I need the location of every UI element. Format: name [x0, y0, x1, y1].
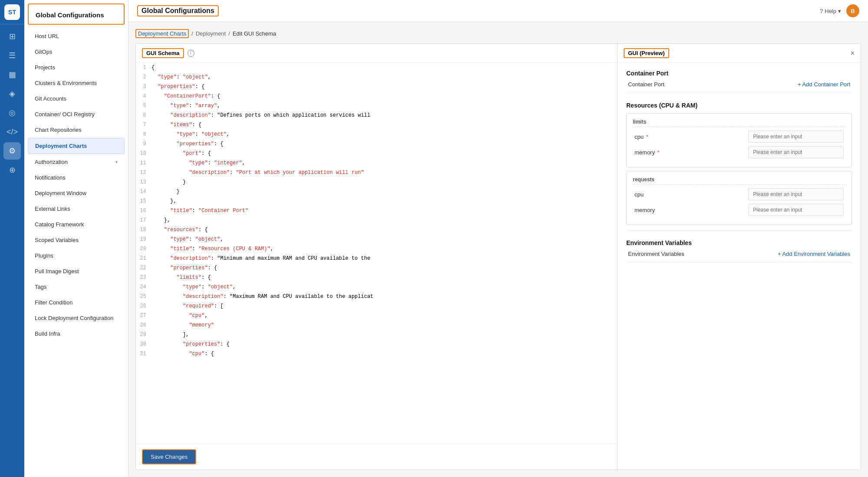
sidebar-item-external-links[interactable]: External Links — [28, 201, 125, 216]
save-changes-button[interactable]: Save Changes — [142, 449, 196, 464]
code-editor[interactable]: 1{2 "type": "object",3 "properties": {4 … — [136, 63, 617, 444]
field-label: memory — [635, 207, 655, 213]
schema-panel-footer: Save Changes — [136, 444, 617, 470]
sidebar-item-label: Deployment Window — [35, 190, 86, 196]
line-number: 24 — [139, 282, 151, 292]
user-avatar[interactable]: B — [846, 4, 859, 17]
line-number: 25 — [139, 292, 151, 301]
code-line: 10 "port": { — [136, 149, 617, 158]
sidebar-item-label: Catalog Framework — [35, 221, 84, 228]
sidebar-item-build-infra[interactable]: Build Infra — [28, 326, 125, 341]
sidebar-item-tags[interactable]: Tags — [28, 279, 125, 294]
code-line: 12 "description": "Port at which your ap… — [136, 168, 617, 177]
line-content: "type": "object", — [151, 130, 614, 139]
code-line: 8 "type": "object", — [136, 130, 617, 139]
nav-icon-globe[interactable]: ◎ — [3, 104, 21, 121]
nav-icon-code[interactable]: </> — [3, 123, 21, 140]
line-content: ], — [151, 330, 614, 340]
info-icon[interactable]: i — [187, 50, 194, 57]
sidebar: Global Configurations Host URLGitOpsProj… — [24, 0, 128, 477]
sidebar-item-plugins[interactable]: Plugins — [28, 248, 125, 263]
sidebar-item-git-accounts[interactable]: Git Accounts — [28, 91, 125, 106]
sidebar-item-deployment-window[interactable]: Deployment Window — [28, 186, 125, 201]
icon-bar: ST ⊞ ☰ ▦ ◈ ◎ </> ⚙ ⊕ — [0, 0, 24, 477]
line-content: }, — [151, 196, 614, 206]
line-number: 10 — [139, 149, 151, 158]
nav-icon-dashboard[interactable]: ⊞ — [3, 28, 21, 45]
field-input-memory[interactable] — [748, 146, 844, 158]
sidebar-item-label: Host URL — [35, 33, 59, 39]
nav-icon-stack[interactable]: ⊕ — [3, 161, 21, 179]
sidebar-item-deployment-charts[interactable]: Deployment Charts — [28, 138, 125, 154]
sidebar-item-label: Deployment Charts — [35, 143, 87, 149]
sidebar-item-authorization[interactable]: Authorization▾ — [28, 154, 125, 170]
sidebar-item-chart-repositories[interactable]: Chart Repositories — [28, 122, 125, 137]
sidebar-item-host-url[interactable]: Host URL — [28, 29, 125, 44]
chevron-down-icon: ▾ — [115, 160, 118, 164]
line-content: { — [151, 63, 614, 72]
line-content: "type": "object", — [151, 72, 614, 82]
sidebar-item-gitops[interactable]: GitOps — [28, 44, 125, 59]
nav-icon-package[interactable]: ◈ — [3, 85, 21, 102]
code-line: 18 "resources": { — [136, 225, 617, 235]
line-number: 18 — [139, 225, 151, 235]
field-row: memory * — [633, 146, 845, 158]
code-line: 22 "properties": { — [136, 263, 617, 273]
line-number: 21 — [139, 254, 151, 263]
breadcrumb-link-1[interactable]: Deployment Charts — [135, 29, 189, 38]
section-divider — [626, 230, 852, 231]
line-content: "title": "Resources (CPU & RAM)", — [151, 244, 614, 254]
line-content: } — [151, 187, 614, 196]
sidebar-title: Global Configurations — [28, 3, 125, 25]
help-button[interactable]: ? Help ▾ — [820, 8, 841, 14]
sidebar-item-lock-deployment-configuration[interactable]: Lock Deployment Configuration — [28, 310, 125, 326]
sidebar-item-pull-image-digest[interactable]: Pull Image Digest — [28, 264, 125, 279]
breadcrumb: Deployment Charts / Deployment / Edit GU… — [135, 29, 861, 38]
sidebar-item-label: External Links — [35, 206, 70, 212]
line-number: 17 — [139, 216, 151, 225]
sidebar-item-label: GitOps — [35, 49, 52, 55]
field-input-memory[interactable] — [748, 204, 844, 216]
line-number: 15 — [139, 196, 151, 206]
line-content: "ContainerPort": { — [151, 91, 614, 101]
line-content: "type": "object", — [151, 235, 614, 244]
line-number: 4 — [139, 91, 151, 101]
line-content: "port": { — [151, 149, 614, 158]
sidebar-item-clusters---environments[interactable]: Clusters & Environments — [28, 75, 125, 91]
chevron-down-icon: ▾ — [838, 8, 841, 14]
field-input-cpu[interactable] — [748, 131, 844, 143]
field-input-cpu[interactable] — [748, 188, 844, 200]
header-title: Global Configurations — [137, 5, 219, 16]
sidebar-item-label: Filter Condition — [35, 299, 72, 306]
code-line: 26 "required": [ — [136, 301, 617, 311]
header: Global Configurations ? Help ▾ B — [128, 0, 868, 22]
line-number: 26 — [139, 301, 151, 311]
sidebar-item-scoped-variables[interactable]: Scoped Variables — [28, 232, 125, 248]
sidebar-item-label: Plugins — [35, 252, 53, 259]
line-content: "description": "Minimum and maximum RAM … — [151, 254, 614, 263]
preview-panel: GUI (Preview) × Container PortContainer … — [618, 44, 861, 470]
add-link[interactable]: + Add Container Port — [798, 81, 850, 88]
line-content: "properties": { — [151, 82, 614, 91]
sidebar-item-container--oci-registry[interactable]: Container/ OCI Registry — [28, 107, 125, 122]
main-area: Global Configurations ? Help ▾ B Deploym… — [128, 0, 868, 477]
nav-icon-settings[interactable]: ⚙ — [3, 142, 21, 160]
nav-icon-grid[interactable]: ▦ — [3, 66, 21, 83]
line-content: }, — [151, 216, 614, 225]
sidebar-item-notifications[interactable]: Notifications — [28, 170, 125, 185]
sidebar-item-projects[interactable]: Projects — [28, 60, 125, 75]
close-button[interactable]: × — [851, 49, 855, 57]
editor-area: GUI Schema i 1{2 "type": "object",3 "pro… — [135, 43, 861, 470]
section-divider — [626, 93, 852, 93]
nav-icon-layers[interactable]: ☰ — [3, 47, 21, 64]
field-row: Container Port+ Add Container Port — [626, 81, 852, 88]
sidebar-item-filter-condition[interactable]: Filter Condition — [28, 295, 125, 310]
sidebar-item-label: Container/ OCI Registry — [35, 111, 95, 118]
field-label: Environment Variables — [628, 251, 684, 257]
line-content: "description": "Defines ports on which a… — [151, 111, 614, 120]
add-link[interactable]: + Add Environment Variables — [778, 251, 850, 257]
sub-section: limitscpu *memory * — [626, 113, 852, 167]
sidebar-item-catalog-framework[interactable]: Catalog Framework — [28, 217, 125, 232]
code-line: 15 }, — [136, 196, 617, 206]
code-line: 4 "ContainerPort": { — [136, 91, 617, 101]
